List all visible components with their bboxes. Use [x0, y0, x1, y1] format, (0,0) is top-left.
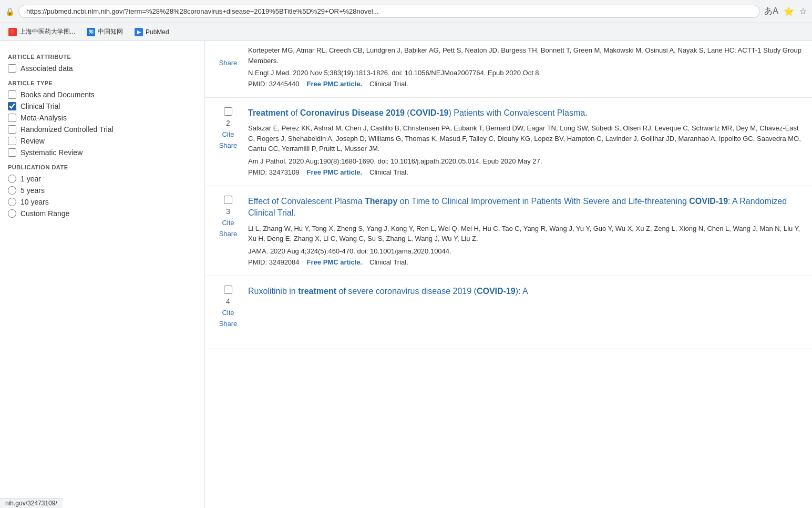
bookmark-cnki[interactable]: 知 中国知网	[84, 26, 126, 37]
sidebar: ARTICLE ATTRIBUTE Associated data ARTICL…	[0, 41, 205, 508]
article-4-share[interactable]: Share	[219, 320, 238, 328]
article-2-title: Treatment of Coronavirus Disease 2019 (C…	[248, 107, 801, 119]
filter-custom[interactable]: Custom Range	[8, 209, 197, 218]
article-3-type: Clinical Trial.	[369, 258, 408, 266]
associated-data-checkbox[interactable]	[8, 64, 16, 73]
article-4-covid: COVID-19	[477, 287, 516, 296]
filter-1year[interactable]: 1 year	[8, 175, 197, 183]
top-journal: N Engl J Med. 2020 Nov 5;383(19):1813-18…	[248, 69, 801, 77]
article-top-partial: Share Kortepeter MG, Atmar RL, Creech CB…	[205, 41, 812, 98]
clinical-checkbox[interactable]	[8, 102, 16, 110]
meta-checkbox[interactable]	[8, 114, 16, 122]
article-4-left: 4 Cite Share	[215, 286, 241, 328]
article-3-share[interactable]: Share	[219, 230, 238, 238]
article-2: 2 Cite Share Treatment of Coronavirus Di…	[205, 98, 812, 186]
article-4-corona: coronavirus disease 2019	[376, 287, 471, 296]
article-3-journal: JAMA. 2020 Aug 4;324(5):460-470. doi: 10…	[248, 247, 801, 255]
article-2-checkbox[interactable]	[224, 107, 232, 116]
meta-label: Meta-Analysis	[20, 114, 67, 122]
bookmark-pubmed-label: PubMed	[146, 28, 169, 36]
article-3-number: 3	[226, 207, 230, 216]
article-2-meta: PMID: 32473109 Free PMC article. Clinica…	[248, 168, 801, 176]
article-4-ruxo: Ruxolitinib in	[248, 287, 298, 296]
article-4-colon: ): A	[516, 287, 528, 296]
article-3-cite[interactable]: Cite	[222, 219, 234, 227]
article-4-cite[interactable]: Cite	[222, 309, 234, 317]
main-layout: ARTICLE ATTRIBUTE Associated data ARTICL…	[0, 41, 812, 508]
article-type-title: ARTICLE TYPE	[8, 80, 197, 86]
bookmark-cnki-label: 中国知网	[98, 27, 123, 36]
bookmark-shanghai[interactable]: 🔴 上海中医药大学图...	[5, 26, 78, 37]
article-3-title-mid: on Time to Clinical Improvement in Patie…	[397, 197, 689, 206]
top-free-pmc[interactable]: Free PMC article.	[307, 80, 363, 88]
article-4-of: of severe	[336, 287, 376, 296]
article-3-title-covid: COVID-19	[689, 197, 728, 206]
top-authors: Kortepeter MG, Atmar RL, Creech CB, Lund…	[248, 45, 801, 66]
filter-10years[interactable]: 10 years	[8, 198, 197, 206]
article-2-title-paren: (	[405, 108, 410, 117]
custom-label: Custom Range	[20, 209, 69, 218]
filter-rct[interactable]: Randomized Controlled Trial	[8, 125, 197, 134]
article-top-body: Kortepeter MG, Atmar RL, Creech CB, Lund…	[248, 45, 801, 88]
article-3-body: Effect of Convalescent Plasma Therapy on…	[248, 196, 801, 266]
rct-label: Randomized Controlled Trial	[20, 125, 114, 134]
bookmark-icon[interactable]: ⭐	[784, 6, 794, 16]
10years-label: 10 years	[20, 198, 49, 206]
article-attribute-title: ARTICLE ATTRIBUTE	[8, 54, 197, 60]
article-2-title-link[interactable]: Treatment of Coronavirus Disease 2019 (C…	[248, 108, 588, 117]
translate-icon[interactable]: あA	[764, 6, 778, 17]
bookmark-cnki-icon: 知	[87, 28, 95, 36]
url-bar[interactable]: https://pubmed.ncbi.nlm.nih.gov/?term=%2…	[18, 5, 760, 18]
article-2-body: Treatment of Coronavirus Disease 2019 (C…	[248, 107, 801, 176]
article-3-checkbox[interactable]	[224, 196, 232, 204]
article-2-free-pmc[interactable]: Free PMC article.	[307, 168, 363, 176]
filter-meta[interactable]: Meta-Analysis	[8, 114, 197, 122]
bookmark-shanghai-icon: 🔴	[8, 28, 17, 36]
5years-label: 5 years	[20, 186, 45, 195]
top-pmid: PMID: 32445440	[248, 80, 300, 88]
top-meta: PMID: 32445440 Free PMC article. Clinica…	[248, 80, 801, 88]
article-2-share[interactable]: Share	[219, 141, 238, 149]
1year-radio[interactable]	[8, 175, 16, 183]
filter-systematic[interactable]: Systematic Review	[8, 148, 197, 157]
article-3-title-effect: Effect of Convalescent Plasma	[248, 197, 365, 206]
10years-radio[interactable]	[8, 198, 16, 206]
review-label: Review	[20, 137, 45, 145]
bookmark-pubmed-icon: ▶	[135, 28, 143, 36]
article-2-type: Clinical Trial.	[369, 168, 408, 176]
article-3-left: 3 Cite Share	[215, 196, 241, 266]
bookmark-pubmed[interactable]: ▶ PubMed	[131, 27, 172, 37]
article-2-number: 2	[226, 119, 230, 127]
filter-5years[interactable]: 5 years	[8, 186, 197, 195]
books-checkbox[interactable]	[8, 90, 16, 99]
1year-label: 1 year	[20, 175, 41, 183]
article-4-paren: (	[471, 287, 477, 296]
article-2-authors: Salazar E, Perez KK, Ashraf M, Chen J, C…	[248, 123, 801, 154]
review-checkbox[interactable]	[8, 137, 16, 145]
article-4: 4 Cite Share Ruxolitinib in treatment of…	[205, 276, 812, 349]
bookmark-shanghai-label: 上海中医药大学图...	[19, 27, 75, 36]
top-share-link[interactable]: Share	[219, 59, 238, 67]
article-3-meta: PMID: 32492084 Free PMC article. Clinica…	[248, 258, 801, 266]
5years-radio[interactable]	[8, 186, 16, 195]
article-top-left: Share	[215, 45, 241, 88]
article-3: 3 Cite Share Effect of Convalescent Plas…	[205, 186, 812, 276]
associated-data-label: Associated data	[20, 64, 73, 73]
associated-data-item[interactable]: Associated data	[8, 64, 197, 73]
systematic-checkbox[interactable]	[8, 148, 16, 157]
article-3-free-pmc[interactable]: Free PMC article.	[307, 258, 363, 266]
filter-review[interactable]: Review	[8, 137, 197, 145]
article-4-title: Ruxolitinib in treatment of severe coron…	[248, 286, 801, 297]
custom-radio[interactable]	[8, 209, 16, 218]
bookmarks-bar: 🔴 上海中医药大学图... 知 中国知网 ▶ PubMed	[0, 23, 812, 41]
filter-books[interactable]: Books and Documents	[8, 90, 197, 99]
article-3-title-link[interactable]: Effect of Convalescent Plasma Therapy on…	[248, 197, 787, 217]
star-icon[interactable]: ☆	[799, 6, 807, 16]
article-4-checkbox[interactable]	[224, 286, 232, 294]
status-bar: nih.gov/32473109/	[0, 498, 63, 508]
rct-checkbox[interactable]	[8, 125, 16, 134]
article-2-cite[interactable]: Cite	[222, 130, 234, 138]
article-4-title-link[interactable]: Ruxolitinib in treatment of severe coron…	[248, 287, 528, 296]
article-3-authors: Li L, Zhang W, Hu Y, Tong X, Zheng S, Ya…	[248, 223, 801, 244]
filter-clinical[interactable]: Clinical Trial	[8, 102, 197, 110]
